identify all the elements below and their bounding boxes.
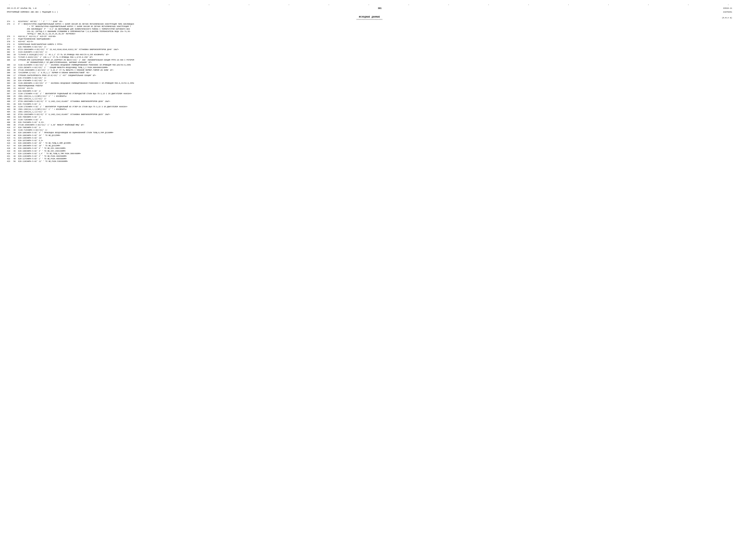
row-num2: 50 (13, 160, 18, 163)
row-num1: 413 (7, 134, 13, 137)
row-num2: 26 (13, 98, 18, 100)
table-row: 40734С130-719СНИП4-4-82' 1• (7, 119, 732, 121)
table-row: 41340Е20-106СНИП4-5-82' 24' ' ТО ЖЕ,ДУ12… (7, 134, 732, 137)
row-num1: 395 (7, 87, 13, 90)
table-row: 40633Е20-760СНИП4-5-82' 1• (7, 116, 732, 119)
table-row: 3752б' • ФИЗКУЛ»ТУРНО-ОЗДОРОВИТЕЛЬНЫЙ КО… (7, 23, 732, 35)
row-num2: 12 (13, 59, 18, 64)
table-row: 3829С133-818СНИТ4-4-82(=23)' 1• (7, 51, 732, 53)
row-num1: 402 (7, 106, 13, 108)
table-row: 3796П2ПРИТОЧНАЯ МАЛОГАБАРИТНАЯ КАМЕРА С … (7, 43, 732, 46)
table-row: 40229С130-173СНИП4-4-82' 1' ' ВЕНТИЛЯТОР… (7, 106, 732, 108)
row-content: Е2в-786СНИП4-5-82(=16)' 1• (18, 46, 732, 48)
row-content: б' • ФИЗКУЛ»ТУРНО-ОЗДОРОВИТЕЛЬНЫЙ КОРПУС… (18, 23, 732, 35)
row-num1: 388 (7, 69, 13, 71)
table-row: 38411Т1704П.5-0423(=23)' 1' 130.1,1' СТ-… (7, 56, 732, 58)
dots-header: ····· ····· ····· ···· (7, 3, 732, 6)
row-content: С130-719СНИП4-4-82' 1• (18, 119, 732, 121)
row-num2: 35 (13, 121, 18, 124)
row-num2: 18 (13, 77, 18, 79)
row-content: Е20-760СНИП4-5-82' 1• (18, 116, 732, 119)
table-row: 40835Е20-764СНИП4-5-82' 0.22• (7, 121, 732, 124)
row-content: Т2415ПРИМ.1(=23)' 1' 0.55,1,1' ПЕРФОР-Я … (18, 71, 732, 74)
row-content: Е20-186СНИП4-5-82' 3' ' ПРОКЛАДКА ВОЗДУХ… (18, 132, 732, 134)
table-row: 39320С130-800СНИП4-4-82(=23)' 2' ' ЗАСЛО… (7, 82, 732, 84)
row-num2: 8 (13, 48, 18, 51)
row-num2: 47 (13, 152, 18, 155)
row-num2: 34 (13, 119, 18, 121)
row-num1: 397 (7, 92, 13, 95)
row-content: Е20-116СНИП4-5-82' 4' ' ТО ЖЕ,РАЗН.400Х5… (18, 155, 732, 158)
table-row: 40936СТ130-2696СНИП4-4-82(=21)' 1' 4,36'… (7, 124, 732, 126)
row-num2: 33 (13, 116, 18, 119)
row-num1: 404 (7, 111, 13, 113)
table-row: 38916Т2415ПРИМ.1(=23)' 1' 0.55,1,1' ПЕРФ… (7, 71, 732, 74)
row-content: Н15=63' Н21=5• (18, 40, 732, 43)
row-content: Е20-118СНИП4-5-82' 11' ' ТО ЖЕ,РАЗН.530Х… (18, 160, 732, 163)
row-content: С130-173СНИП4-4-82' 1' ' ВЕНТИЛЯТОР РАДИ… (18, 106, 732, 108)
table-row: 3774РСДН=ТЕХНИЧЕСКОЕ ОБОРУДОВАНИЕ• (7, 38, 732, 40)
row-num2: 32 (13, 113, 18, 116)
row-content: Е20-199СНИП4-5-82' 28' ' ТО ЖЕ,ТОЛЩ.0,6М… (18, 142, 732, 145)
table-row: 40128Е20-721СНИП4-5-82' 1• (7, 103, 732, 106)
row-num2: 6 (13, 43, 18, 46)
table-row: 38613С13в-812СНИП4-4-82(=23)' 1' ' ЗАСЛО… (7, 64, 732, 66)
row-content: 821870261' 49Г1D1' ' ' 1' ' ' ' 9190' Н3… (18, 20, 732, 23)
row-num2: 2 (13, 23, 18, 35)
row-num2: 24 (13, 92, 18, 95)
row-num1: 416 (7, 142, 13, 145)
row-content: Е20-764СНИП4-5-82' 0.22• (18, 121, 732, 124)
row-num1: 403 (7, 108, 13, 111)
row-content: С153-28СНИТ4-4-82(=23)' 1' ' СЕКЦИЯ ФИЛЬ… (18, 66, 732, 69)
row-num2: 38 (13, 129, 18, 132)
row-num1: 419 (7, 150, 13, 152)
row-num2: 7 (13, 46, 18, 48)
table-row: 41643Е20-199СНИП4-5-82' 28' ' ТО ЖЕ,ТОЛЩ… (7, 142, 732, 145)
row-content: Н15=63' Н21=5• (18, 87, 732, 90)
row-content: Т1704П.5-0423(=23)' 1' 130.1,1' СТ-ТЬ Л.… (18, 56, 732, 58)
row-num2: 5 (13, 40, 18, 43)
table-row: 40532ЕТ20-1302СНИП4-5-82(=3)' 5' 9,1402,… (7, 113, 732, 116)
row-content: Е20-479СНИП4-5-82(=16)' 2• (18, 79, 732, 82)
row-num1: 418 (7, 147, 13, 150)
row-num1: 377 (7, 38, 13, 40)
table-row: 41744Е20-100СНИП4-5-82' 19' ' ТО ЖЕ,ДУ31… (7, 145, 732, 147)
data-table: 3741821870261' 49Г1D1' ' ' 1' ' ' ' 9190… (7, 20, 732, 163)
row-num2: 15 (13, 69, 18, 71)
row-num1: 408 (7, 121, 13, 124)
row-num1: 376 (7, 35, 13, 38)
row-content: ЕТ20-1302СНИП4-5-82(=3)' 5' 9,1402,13о2,… (18, 113, 732, 116)
table-row: 38310Т17043П.5-3328(ДП)(=23)' 1' 45.1,1'… (7, 53, 732, 56)
table-row: 38512СТРЕКОМ.ПРИ САНТЕХПРОЕКТ ПРИЛ.1П.1К… (7, 59, 732, 64)
row-num1: 389 (7, 71, 13, 74)
row-content: 1501-1392(А1,1,1)(ВП)(=21)' 1' ' • ИСКЛЮ… (18, 108, 732, 111)
row-num1: 380 (7, 46, 13, 48)
row-num1: 421 (7, 155, 13, 158)
row-num1: 400 (7, 100, 13, 103)
table-row: 41239Е20-186СНИП4-5-82' 3' ' ПРОКЛАДКА В… (7, 132, 732, 134)
row-content: Е20-760СНИП4-5-82' 1• (18, 126, 732, 129)
row-num2: 22 (13, 87, 18, 90)
row-num1: 394 (7, 84, 13, 87)
row-num1: 407 (7, 119, 13, 121)
row-num2: 44 (13, 145, 18, 147)
table-row: 3807Е2в-786СНИП4-5-82(=16)' 1• (7, 46, 732, 48)
row-num2: 20 (13, 82, 18, 84)
row-num1: 391 (7, 77, 13, 79)
row-num1: 396 (7, 90, 13, 92)
table-row: 41441Е20-136СНИП4-5-82' 13• (7, 137, 732, 139)
table-row: 42350Е20-118СНИП4-5-82' 11' ' ТО ЖЕ,РАЗН… (7, 160, 732, 163)
table-row: 3818ЕТ23-1804СНИП4-4-82(=23)' 5' 15,4о2,… (7, 48, 732, 51)
row-num1: 412 (7, 132, 13, 134)
table-row: 399261501-1393(А1,1,1)(=21)' 1• (7, 98, 732, 100)
table-row: 3785Н15=63' Н21=5• (7, 40, 732, 43)
row-num2: 13 (13, 64, 18, 66)
row-content: Е20-106СНИП4-5-82' 24' ' ТО ЖЕ,ДУ125ММ• (18, 134, 732, 137)
row-num2: 23 (13, 90, 18, 92)
table-row: 41138С130-714СНИП4-4-82(=21)' 1• (7, 129, 732, 132)
row-num2: 27 (13, 100, 18, 103)
row-num1: 392 (7, 79, 13, 82)
row-num2: 42 (13, 139, 18, 142)
row-num2: 1 (13, 20, 18, 23)
row-num1: 379 (7, 43, 13, 46)
